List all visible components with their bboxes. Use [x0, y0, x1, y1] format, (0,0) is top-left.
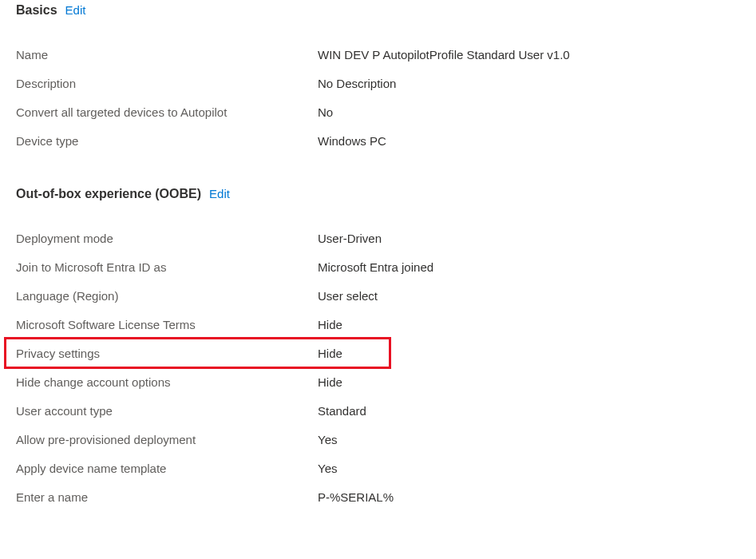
- value-privacy-settings: Hide: [318, 347, 342, 360]
- label-privacy-settings: Privacy settings: [16, 347, 318, 360]
- value-language-region: User select: [318, 289, 378, 303]
- value-name: WIN DEV P AutopilotProfile Standard User…: [318, 48, 570, 61]
- label-license-terms: Microsoft Software License Terms: [16, 318, 318, 331]
- value-deployment-mode: User-Driven: [318, 232, 382, 245]
- row-join-entra: Join to Microsoft Entra ID as Microsoft …: [16, 252, 740, 281]
- oobe-edit-link[interactable]: Edit: [209, 187, 230, 200]
- row-privacy-settings: Privacy settings Hide: [16, 339, 740, 367]
- row-license-terms: Microsoft Software License Terms Hide: [16, 310, 740, 339]
- label-enter-name: Enter a name: [16, 490, 318, 504]
- basics-section-header: Basics Edit: [16, 3, 740, 18]
- row-deployment-mode: Deployment mode User-Driven: [16, 224, 740, 252]
- row-device-name-template: Apply device name template Yes: [16, 454, 740, 482]
- row-name: Name WIN DEV P AutopilotProfile Standard…: [16, 40, 740, 69]
- basics-edit-link[interactable]: Edit: [65, 3, 86, 17]
- label-pre-provisioned: Allow pre-provisioned deployment: [16, 433, 318, 446]
- label-name: Name: [16, 48, 318, 61]
- row-convert-targeted: Convert all targeted devices to Autopilo…: [16, 97, 740, 126]
- value-enter-name: P-%SERIAL%: [318, 490, 394, 504]
- value-pre-provisioned: Yes: [318, 433, 337, 446]
- label-convert-targeted: Convert all targeted devices to Autopilo…: [16, 105, 318, 119]
- row-device-type: Device type Windows PC: [16, 126, 740, 155]
- label-device-name-template: Apply device name template: [16, 462, 318, 475]
- label-hide-change-account: Hide change account options: [16, 375, 318, 389]
- oobe-title: Out-of-box experience (OOBE): [16, 187, 201, 201]
- label-user-account-type: User account type: [16, 404, 318, 418]
- value-license-terms: Hide: [318, 318, 342, 331]
- row-hide-change-account: Hide change account options Hide: [16, 367, 740, 396]
- label-description: Description: [16, 77, 318, 90]
- value-join-entra: Microsoft Entra joined: [318, 260, 433, 274]
- row-pre-provisioned: Allow pre-provisioned deployment Yes: [16, 425, 740, 454]
- row-language-region: Language (Region) User select: [16, 281, 740, 310]
- basics-title: Basics: [16, 3, 57, 18]
- value-hide-change-account: Hide: [318, 375, 342, 389]
- value-user-account-type: Standard: [318, 404, 366, 418]
- oobe-section-header: Out-of-box experience (OOBE) Edit: [16, 187, 740, 201]
- value-convert-targeted: No: [318, 105, 333, 119]
- row-description: Description No Description: [16, 69, 740, 97]
- row-user-account-type: User account type Standard: [16, 396, 740, 425]
- value-device-name-template: Yes: [318, 462, 337, 475]
- label-device-type: Device type: [16, 134, 318, 148]
- label-join-entra: Join to Microsoft Entra ID as: [16, 260, 318, 274]
- label-language-region: Language (Region): [16, 289, 318, 303]
- row-enter-name: Enter a name P-%SERIAL%: [16, 482, 740, 511]
- label-deployment-mode: Deployment mode: [16, 232, 318, 245]
- value-device-type: Windows PC: [318, 134, 386, 148]
- value-description: No Description: [318, 77, 396, 90]
